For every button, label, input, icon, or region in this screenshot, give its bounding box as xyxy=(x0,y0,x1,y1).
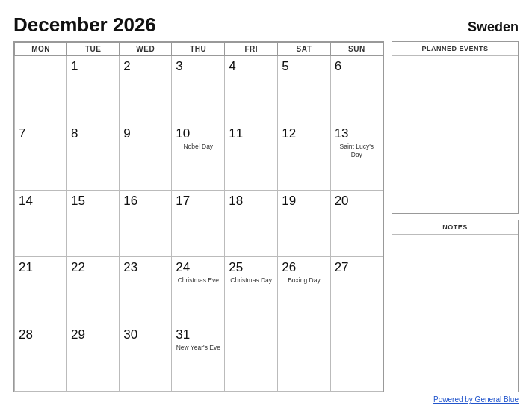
country-label: Sweden xyxy=(468,19,519,35)
calendar-cell xyxy=(278,324,330,392)
day-number: 5 xyxy=(282,59,326,74)
calendar-cell: 12 xyxy=(278,123,330,190)
weekday-header-sun: SUN xyxy=(330,43,383,56)
calendar-cell: 27 xyxy=(330,257,383,324)
day-number: 6 xyxy=(335,59,379,74)
calendar-cell: 22 xyxy=(67,257,120,324)
day-number: 30 xyxy=(123,327,167,342)
calendar-cell: 10Nobel Day xyxy=(172,123,225,190)
calendar-cell: 9 xyxy=(120,123,172,190)
calendar-cell: 17 xyxy=(172,190,225,257)
calendar-cell: 2 xyxy=(120,56,172,123)
calendar-cell: 14 xyxy=(15,190,67,257)
calendar-cell: 28 xyxy=(15,324,67,392)
calendar-cell: 19 xyxy=(278,190,330,257)
calendar-cell: 26Boxing Day xyxy=(278,257,330,324)
day-number: 22 xyxy=(71,260,115,275)
event-label: Christmas Eve xyxy=(176,276,220,285)
day-number: 7 xyxy=(19,126,63,141)
calendar-cell: 6 xyxy=(330,56,383,123)
day-number: 4 xyxy=(229,59,273,74)
weekday-header-fri: FRI xyxy=(225,43,278,56)
event-label: Christmas Day xyxy=(229,276,273,285)
calendar-cell: 29 xyxy=(67,324,120,392)
calendar-cell: 13Saint Lucy's Day xyxy=(330,123,383,190)
day-number: 17 xyxy=(176,194,220,208)
week-row-3: 14151617181920 xyxy=(15,190,383,257)
calendar-section: MONTUEWEDTHUFRISATSUN 12345678910Nobel D… xyxy=(13,41,384,392)
footer: Powered by General Blue xyxy=(13,395,519,404)
day-number: 15 xyxy=(71,194,115,208)
calendar-cell: 7 xyxy=(15,123,67,190)
day-number: 10 xyxy=(176,126,220,141)
notes-content xyxy=(392,235,518,392)
calendar-cell: 25Christmas Day xyxy=(225,257,278,324)
event-label: Boxing Day xyxy=(282,276,326,285)
event-label: Nobel Day xyxy=(176,143,220,151)
notes-title: NOTES xyxy=(392,220,518,235)
day-number: 25 xyxy=(229,260,273,275)
powered-by-link[interactable]: Powered by General Blue xyxy=(433,395,519,404)
day-number: 8 xyxy=(71,126,115,141)
day-number: 20 xyxy=(335,194,379,208)
day-number: 24 xyxy=(176,260,220,275)
day-number: 1 xyxy=(71,59,115,74)
day-number: 18 xyxy=(229,194,273,208)
notes-box: NOTES xyxy=(392,220,519,392)
page: December 2026 Sweden MONTUEWEDTHUFRISATS… xyxy=(0,0,532,411)
day-number: 31 xyxy=(176,327,220,342)
calendar-grid: MONTUEWEDTHUFRISATSUN 12345678910Nobel D… xyxy=(14,42,383,392)
calendar-cell xyxy=(225,324,278,392)
calendar-cell: 20 xyxy=(330,190,383,257)
weekday-header-wed: WED xyxy=(120,43,172,56)
day-number: 3 xyxy=(176,59,220,74)
weekday-header-sat: SAT xyxy=(278,43,330,56)
planned-events-box: PLANNED EVENTS xyxy=(392,41,519,214)
day-number: 23 xyxy=(123,260,167,275)
day-number: 21 xyxy=(19,260,63,275)
calendar-cell: 31New Year's Eve xyxy=(172,324,225,392)
day-number: 19 xyxy=(282,194,326,208)
weekday-header-tue: TUE xyxy=(67,43,120,56)
calendar-cell: 30 xyxy=(120,324,172,392)
calendar-title: December 2026 xyxy=(13,13,156,37)
header: December 2026 Sweden xyxy=(13,13,519,37)
event-label: Saint Lucy's Day xyxy=(335,143,379,159)
calendar-cell: 23 xyxy=(120,257,172,324)
day-number: 12 xyxy=(282,126,326,141)
day-number: 2 xyxy=(123,59,167,74)
week-row-4: 21222324Christmas Eve25Christmas Day26Bo… xyxy=(15,257,383,324)
calendar-cell: 15 xyxy=(67,190,120,257)
day-number: 13 xyxy=(335,126,379,141)
weekday-header-row: MONTUEWEDTHUFRISATSUN xyxy=(15,43,383,56)
planned-events-title: PLANNED EVENTS xyxy=(392,42,518,56)
day-number: 9 xyxy=(123,126,167,141)
calendar-cell: 24Christmas Eve xyxy=(172,257,225,324)
day-number: 26 xyxy=(282,260,326,275)
day-number: 11 xyxy=(229,126,273,141)
day-number: 16 xyxy=(123,194,167,208)
calendar-cell: 3 xyxy=(172,56,225,123)
main-content: MONTUEWEDTHUFRISATSUN 12345678910Nobel D… xyxy=(13,41,519,392)
day-number: 27 xyxy=(335,260,379,275)
week-row-1: 123456 xyxy=(15,56,383,123)
planned-events-content xyxy=(392,56,518,213)
calendar-cell: 1 xyxy=(67,56,120,123)
calendar-cell: 21 xyxy=(15,257,67,324)
day-number: 14 xyxy=(19,194,63,208)
calendar-cell: 8 xyxy=(67,123,120,190)
event-label: New Year's Eve xyxy=(176,344,220,352)
calendar-cell: 16 xyxy=(120,190,172,257)
calendar-cell: 11 xyxy=(225,123,278,190)
calendar-cell: 18 xyxy=(225,190,278,257)
weekday-header-mon: MON xyxy=(15,43,67,56)
calendar-cell xyxy=(15,56,67,123)
weekday-header-thu: THU xyxy=(172,43,225,56)
calendar-cell: 5 xyxy=(278,56,330,123)
day-number: 28 xyxy=(19,327,63,342)
day-number: 29 xyxy=(71,327,115,342)
week-row-5: 28293031New Year's Eve xyxy=(15,324,383,392)
calendar-cell: 4 xyxy=(225,56,278,123)
calendar-cell xyxy=(330,324,383,392)
sidebar: PLANNED EVENTS NOTES xyxy=(392,41,519,392)
